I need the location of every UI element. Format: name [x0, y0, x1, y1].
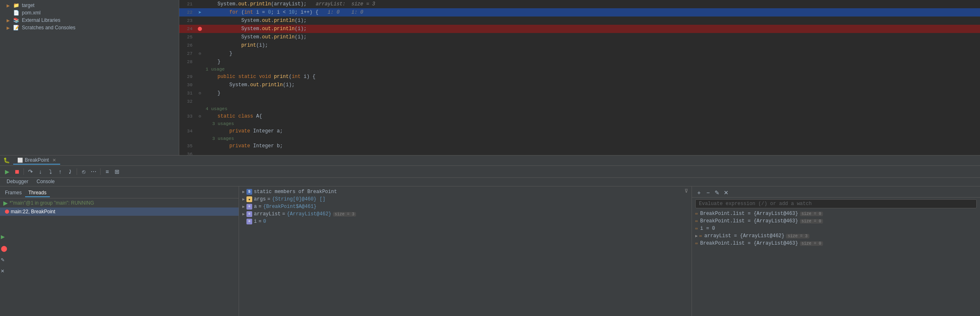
watch-size-5: size = 0: [800, 241, 823, 246]
var-arraylist[interactable]: ▶ ≡ arrayList = {ArrayList@462} size = 3: [239, 210, 692, 218]
watch-size-2: size = 0: [800, 219, 823, 224]
frames-tabs-row: Frames Threads: [0, 188, 239, 198]
var-arrow-static[interactable]: ▶: [242, 189, 245, 194]
debug-arrow-22: ➤: [198, 9, 202, 16]
var-i[interactable]: ▶ ≡ i = 0: [239, 218, 692, 225]
var-a[interactable]: ▶ ≡ a = {BreakPoint$A@461}: [239, 203, 692, 210]
add-watch-button[interactable]: +: [695, 189, 703, 196]
line-num-31: 31: [179, 91, 196, 96]
step-over-button[interactable]: ↷: [26, 167, 35, 176]
debug-content: Frames Threads ▶ *"main"@1 in group "mai…: [0, 186, 980, 316]
gutter-27: ⊖: [196, 51, 204, 56]
code-line-21: 21 System.out.println(arrayList); arrayL…: [179, 0, 980, 8]
code-editor: 21 System.out.println(arrayList); arrayL…: [179, 0, 980, 155]
tree-arrow-libs: ▶: [7, 18, 12, 23]
fold-icon-33[interactable]: ⊖: [199, 114, 201, 119]
watch-label-5: BreakPoint.list = {ArrayList@463}: [700, 241, 798, 246]
frame-item-main22[interactable]: main:22, BreakPoint: [0, 208, 239, 216]
var-arrow-a[interactable]: ▶: [242, 204, 245, 209]
step-out-button[interactable]: ↑: [56, 167, 65, 176]
mode-tabs: Debugger Console: [0, 178, 61, 186]
fold-icon-27[interactable]: ⊖: [199, 51, 201, 56]
layout-button[interactable]: ⊞: [113, 167, 122, 176]
settings-button[interactable]: ≡: [103, 167, 112, 176]
code-line-26: 26 print(i);: [179, 41, 980, 50]
fold-icon-31[interactable]: ⊖: [199, 91, 201, 96]
close-tab-icon[interactable]: ✕: [52, 158, 56, 163]
watches-panel: + − ✎ ✕ ∞ BreakPoint.list = {ArrayList@4…: [692, 186, 980, 316]
xml-icon: 📄: [13, 10, 19, 16]
evaluate-input[interactable]: [695, 199, 977, 208]
sidebar-item-external-libs[interactable]: ▶ 📚 External Libraries: [0, 17, 179, 24]
watch-arrow-4[interactable]: ▶: [695, 233, 698, 238]
tab-threads[interactable]: Threads: [25, 189, 50, 197]
filter-icon[interactable]: ⊽: [685, 188, 688, 194]
frames-label: Frames: [5, 190, 22, 196]
remove-watch-button[interactable]: −: [704, 189, 712, 196]
debug-tab-icon: ⬜: [17, 158, 23, 163]
watch-oo-4: ∞: [699, 234, 702, 238]
usage-text-3b: 3 usages: [179, 136, 234, 141]
debug-tab-breakpoint[interactable]: ⬜ BreakPoint ✕: [13, 156, 60, 165]
thread-item-main[interactable]: ▶ *"main"@1 in group "main": RUNNING: [0, 198, 239, 208]
force-step-into-button[interactable]: ⤵: [46, 167, 55, 176]
resume-sidebar-icon[interactable]: ▶: [1, 233, 7, 241]
run-to-cursor-button[interactable]: ⤸: [66, 167, 75, 176]
usage-hint-1: 1 usage: [179, 66, 980, 73]
watch-item-3[interactable]: ∞ i = 0: [692, 225, 980, 232]
resume-button[interactable]: ▶: [2, 167, 12, 176]
usage-hint-4: 4 usages: [179, 106, 980, 112]
top-area: ▶ 📁 target 📄 pom.xml ▶ 📚 External Librar…: [0, 0, 980, 155]
code-line-33: 33 ⊖ static class A{: [179, 112, 980, 120]
debug-toolbar: ▶ ⏹ ↷ ↓ ⤵ ↑ ⤸ ⎋ ⋯ ≡ ⊞: [0, 166, 980, 178]
line-num-21: 21: [179, 2, 196, 7]
usage-text-1: 1 usage: [179, 67, 225, 72]
frame-breakpoint-dot: [5, 210, 9, 214]
tab-debugger[interactable]: Debugger: [3, 178, 32, 186]
watch-item-1[interactable]: ∞ BreakPoint.list = {ArrayList@463} size…: [692, 210, 980, 217]
sidebar-item-target[interactable]: ▶ 📁 target: [0, 2, 179, 9]
line-num-24: 24: [179, 26, 196, 31]
code-line-31: 31 ⊖ }: [179, 89, 980, 97]
watch-item-4[interactable]: ▶ ∞ arrayList = {ArrayList@462} size = 3: [692, 232, 980, 240]
close-sidebar-icon[interactable]: ✕: [1, 267, 7, 274]
edit-watch-button[interactable]: ✎: [713, 189, 721, 196]
stop-button[interactable]: ⏹: [12, 167, 21, 176]
watch-label-3: i = 0: [700, 226, 715, 231]
code-area[interactable]: 21 System.out.println(arrayList); arrayL…: [179, 0, 980, 155]
sidebar-item-scratches[interactable]: ▶ 📝 Scratches and Consoles: [0, 24, 179, 31]
line-num-30: 30: [179, 83, 196, 87]
code-content-22: for (int i = 0; i < 10; i++) { i: 0 i: 0: [204, 9, 980, 15]
usage-hint-3a: 3 usages: [179, 120, 980, 127]
tab-console-label: Console: [37, 179, 55, 184]
line-num-27: 27: [179, 51, 196, 56]
clear-watches-button[interactable]: ✕: [722, 189, 730, 196]
edit-sidebar-icon[interactable]: ✎: [1, 256, 7, 263]
evaluate-button[interactable]: ⎋: [79, 167, 88, 176]
var-value-i: 0: [263, 219, 266, 224]
tab-console[interactable]: Console: [33, 178, 58, 186]
code-content-21: System.out.println(arrayList); arrayList…: [204, 1, 980, 7]
watch-item-2[interactable]: ∞ BreakPoint.list = {ArrayList@463} size…: [692, 217, 980, 225]
watch-item-5[interactable]: ∞ BreakPoint.list = {ArrayList@463} size…: [692, 240, 980, 247]
watches-toolbar: + − ✎ ✕: [692, 188, 980, 198]
breakpoint-sidebar-icon[interactable]: ⬤: [1, 245, 7, 252]
tree-arrow-scratches: ▶: [7, 26, 12, 30]
code-line-34: 34 private Integer a;: [179, 127, 980, 135]
code-line-28: 28 }: [179, 58, 980, 66]
var-name-i: i: [254, 219, 257, 224]
var-name-a: a: [254, 204, 257, 210]
var-equals-arraylist: =: [282, 211, 285, 217]
more-button[interactable]: ⋯: [89, 167, 98, 176]
var-static-members[interactable]: ▶ S static members of BreakPoint: [239, 188, 692, 196]
code-content-24: System.out.println(i);: [204, 26, 980, 32]
tab-frames[interactable]: Frames: [2, 189, 25, 197]
line-num-32: 32: [179, 99, 196, 104]
var-args[interactable]: ▶ ● args = {String[0]@460} []: [239, 196, 692, 203]
var-name-arraylist: arrayList: [254, 211, 281, 217]
var-value-arraylist: {ArrayList@462}: [287, 211, 331, 217]
step-into-button[interactable]: ↓: [36, 167, 45, 176]
sidebar-item-pom[interactable]: 📄 pom.xml: [0, 9, 179, 17]
var-arrow-arraylist[interactable]: ▶: [242, 212, 245, 217]
var-arrow-args[interactable]: ▶: [242, 197, 245, 202]
